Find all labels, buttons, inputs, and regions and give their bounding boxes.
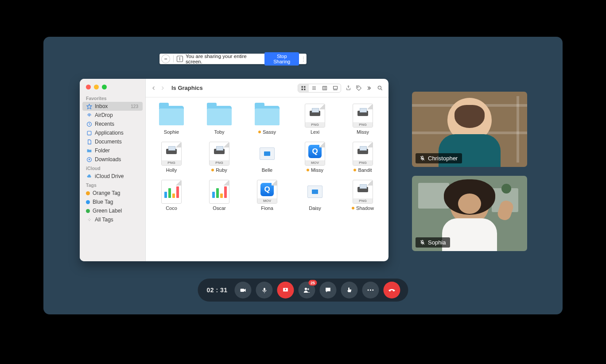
svg-rect-5 <box>302 86 303 88</box>
sidebar-item-icloud[interactable]: iCloud Drive <box>80 172 145 181</box>
file-thumb <box>302 180 328 204</box>
close-window-button[interactable] <box>86 85 91 89</box>
sidebar-item-airdrop[interactable]: AirDrop <box>80 111 145 120</box>
sidebar-tag-blue[interactable]: Blue Tag <box>80 197 145 206</box>
meeting-dock: 02 : 31 25 <box>198 279 408 302</box>
file-thumb: QMOV <box>302 142 328 166</box>
tag-dot-icon <box>258 131 261 133</box>
inbox-count: 123 <box>131 104 138 109</box>
view-toggle <box>298 84 341 93</box>
file-item[interactable]: Coco <box>152 180 191 211</box>
mic-button[interactable] <box>256 282 273 298</box>
file-thumb <box>159 180 184 204</box>
sidebar-item-applications[interactable]: Applications <box>80 128 145 137</box>
file-label: Bandit <box>354 167 372 173</box>
file-item[interactable]: PNGMissy <box>343 104 382 135</box>
file-item[interactable]: Belle <box>248 142 287 173</box>
svg-rect-15 <box>240 288 244 291</box>
gallery-view-button[interactable] <box>330 84 341 92</box>
stop-sharing-button[interactable]: Stop Sharing <box>264 52 299 66</box>
file-item[interactable]: PNGLexi <box>295 104 334 135</box>
svg-point-1 <box>88 114 89 116</box>
svg-point-21 <box>370 289 371 290</box>
download-icon <box>86 156 92 163</box>
file-item[interactable]: Toby <box>200 104 239 135</box>
sidebar-all-tags[interactable]: ⁘ All Tags <box>80 215 145 224</box>
finder-main: ls Graphics SophieTobySassyPNGLexiPNGMis… <box>146 79 388 261</box>
svg-rect-16 <box>264 287 265 290</box>
tag-dot-icon <box>307 169 309 171</box>
sidebar-label: AirDrop <box>95 112 113 118</box>
drag-handle-icon[interactable]: ⋮ <box>301 56 305 62</box>
reactions-button[interactable] <box>341 282 358 298</box>
svg-point-22 <box>372 289 373 290</box>
favorites-header: Favorites <box>80 94 145 102</box>
separator <box>173 55 174 62</box>
call-timer: 02 : 31 <box>206 287 227 294</box>
finder-window: Favorites Inbox 123 AirDrop Recents Appl… <box>80 79 388 261</box>
participant-tile-1[interactable]: Christopher <box>412 92 527 167</box>
file-thumb <box>254 142 280 166</box>
collapse-banner-button[interactable]: − <box>161 54 170 63</box>
search-button[interactable] <box>377 85 383 91</box>
participant-tiles: Christopher Sophia <box>412 92 527 251</box>
file-item[interactable]: Sassy <box>248 104 287 135</box>
file-label: Ruby <box>211 167 227 173</box>
file-item[interactable]: Sophie <box>152 104 191 135</box>
sidebar-item-documents[interactable]: Documents <box>80 137 145 146</box>
file-row: PNGHollyPNGRubyBelleQMOVMissyPNGBandit <box>152 142 382 173</box>
sidebar-item-inbox[interactable]: Inbox 123 <box>82 102 143 111</box>
column-view-button[interactable] <box>319 84 330 92</box>
icloud-header: iCloud <box>80 164 145 172</box>
svg-rect-9 <box>323 86 327 90</box>
more-button[interactable] <box>366 85 373 91</box>
participants-button[interactable]: 25 <box>299 282 315 298</box>
name-plate: Christopher <box>416 153 462 163</box>
end-call-button[interactable] <box>384 282 400 298</box>
file-item[interactable]: PNGBandit <box>343 142 382 173</box>
file-label: Fiona <box>261 205 273 211</box>
file-item[interactable]: Daisy <box>295 180 334 211</box>
sidebar-item-recents[interactable]: Recents <box>80 120 145 128</box>
app-icon <box>86 130 92 136</box>
tag-button[interactable] <box>356 85 362 91</box>
file-item[interactable]: QMOVMissy <box>295 142 334 173</box>
share-screen-button[interactable] <box>277 282 294 298</box>
file-item[interactable]: Oscar <box>200 180 239 211</box>
camera-button[interactable] <box>235 282 252 298</box>
nav-forward-button[interactable] <box>160 85 165 91</box>
svg-point-20 <box>368 289 369 290</box>
file-thumb <box>254 104 280 128</box>
participant-tile-2[interactable]: Sophia <box>412 176 527 251</box>
file-label: Shadow <box>352 205 374 211</box>
file-thumb: PNG <box>350 180 376 204</box>
zoom-window-button[interactable] <box>102 85 107 89</box>
file-item[interactable]: PNGHolly <box>152 142 191 173</box>
sidebar-item-folder[interactable]: Folder <box>80 146 145 155</box>
svg-marker-0 <box>87 104 92 109</box>
sidebar-item-downloads[interactable]: Downloads <box>80 155 145 164</box>
file-item[interactable]: PNGShadow <box>343 180 382 211</box>
minimize-window-button[interactable] <box>94 85 99 89</box>
file-item[interactable]: QMOVFiona <box>248 180 287 211</box>
sidebar-label: Orange Tag <box>93 190 120 196</box>
chat-button[interactable] <box>320 282 337 298</box>
participant-name: Sophia <box>428 239 446 246</box>
svg-rect-3 <box>87 131 91 135</box>
sidebar-tag-green[interactable]: Green Label <box>80 206 145 215</box>
list-view-button[interactable] <box>309 84 319 92</box>
sidebar-tag-orange[interactable]: Orange Tag <box>80 189 145 197</box>
finder-title: ls Graphics <box>171 85 203 91</box>
file-item[interactable]: PNGRuby <box>200 142 239 173</box>
clock-icon <box>86 121 92 127</box>
document-icon <box>86 139 92 145</box>
nav-back-button[interactable] <box>151 85 156 91</box>
share-button[interactable] <box>346 85 351 91</box>
more-options-button[interactable] <box>362 282 379 298</box>
icon-view-button[interactable] <box>298 84 309 92</box>
tag-dot-icon <box>86 209 90 213</box>
svg-rect-7 <box>302 89 303 90</box>
file-thumb: PNG <box>350 142 376 166</box>
svg-point-19 <box>307 288 309 290</box>
participant-name: Christopher <box>428 155 458 162</box>
